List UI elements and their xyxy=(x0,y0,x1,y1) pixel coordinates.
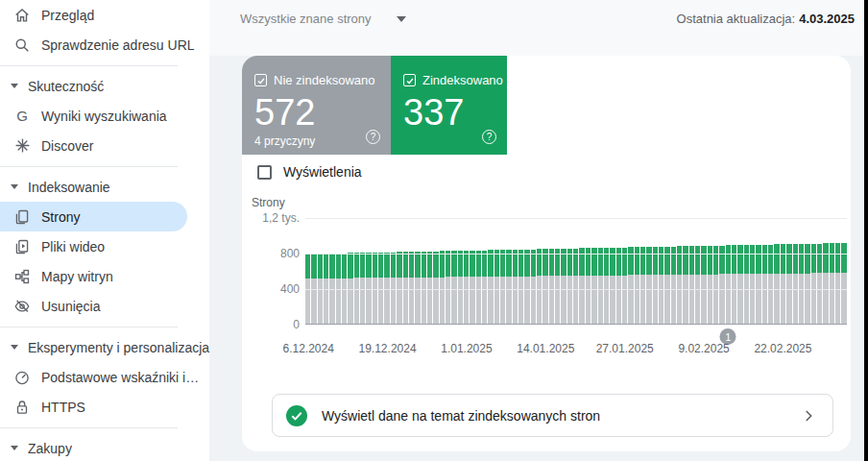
chart-bar[interactable] xyxy=(329,218,334,324)
chart-bar[interactable] xyxy=(677,218,682,324)
chart-bar[interactable] xyxy=(586,218,591,324)
chart-bar[interactable] xyxy=(482,218,487,324)
chart-bar[interactable] xyxy=(427,218,432,324)
chart-bar[interactable] xyxy=(823,218,828,324)
chart-bar[interactable] xyxy=(750,218,755,324)
view-indexed-data-row[interactable]: Wyświetl dane na temat zindeksowanych st… xyxy=(272,394,833,437)
checkbox-checked-icon[interactable] xyxy=(403,74,416,86)
chart-bar[interactable] xyxy=(598,218,603,324)
chart-bar[interactable] xyxy=(360,218,365,324)
chart-bar[interactable] xyxy=(305,218,310,324)
page-filter-dropdown[interactable]: Wszystkie znane strony xyxy=(240,12,406,26)
chart-bar[interactable] xyxy=(561,218,566,324)
sidebar-item-removals[interactable]: Usunięcia xyxy=(0,291,209,321)
chart-bar[interactable] xyxy=(793,218,798,324)
chart-bar[interactable] xyxy=(342,218,347,324)
chart-bar[interactable] xyxy=(635,218,639,324)
chart-bar[interactable] xyxy=(622,218,627,324)
chart-bar[interactable] xyxy=(531,218,536,324)
chart-bar[interactable] xyxy=(811,218,816,324)
chart-bar[interactable] xyxy=(756,218,760,324)
chart-bar[interactable] xyxy=(695,218,700,324)
chart-bar[interactable] xyxy=(701,218,706,324)
chart-bar[interactable] xyxy=(664,218,669,324)
chart-bar[interactable] xyxy=(500,218,505,324)
sidebar-item-video-pages[interactable]: Pliki wideo xyxy=(0,231,209,261)
chart-bar[interactable] xyxy=(378,218,383,324)
chart-bar[interactable] xyxy=(616,218,621,324)
chart-bar[interactable] xyxy=(744,218,749,324)
chart-bar[interactable] xyxy=(415,218,420,324)
help-icon[interactable]: ? xyxy=(366,130,380,144)
chart-bar[interactable] xyxy=(524,218,529,324)
chart-bar[interactable] xyxy=(591,218,596,324)
chart-bar[interactable] xyxy=(555,218,560,324)
chart-bar[interactable] xyxy=(537,218,542,324)
not-indexed-reasons[interactable]: 4 przyczyny xyxy=(254,134,379,148)
chart-bar[interactable] xyxy=(446,218,450,324)
sidebar-item-sitemaps[interactable]: Mapy witryn xyxy=(0,261,209,291)
sidebar-item-core-web-vitals[interactable]: Podstawowe wskaźniki i… xyxy=(0,362,209,392)
chart-bar[interactable] xyxy=(653,218,658,324)
chart-bar[interactable] xyxy=(683,218,687,324)
chart-bar[interactable] xyxy=(422,218,426,324)
chart-bar[interactable] xyxy=(579,218,584,324)
chart-bar[interactable] xyxy=(366,218,371,324)
chart-bar[interactable] xyxy=(768,218,773,324)
chart-bar[interactable] xyxy=(518,218,523,324)
chart-bar[interactable] xyxy=(640,218,645,324)
chart-bar[interactable] xyxy=(719,218,724,324)
chart-bar[interactable] xyxy=(781,218,785,324)
chart-bar[interactable] xyxy=(830,218,834,324)
chart-bar[interactable] xyxy=(318,218,323,324)
sidebar-item-https[interactable]: HTTPS xyxy=(0,392,209,422)
chart-bar[interactable] xyxy=(542,218,547,324)
chart-bar[interactable] xyxy=(409,218,414,324)
chart-bar[interactable] xyxy=(671,218,676,324)
sidebar-section-experience[interactable]: Eksperymenty i personalizacja xyxy=(0,332,209,362)
chart-bar[interactable] xyxy=(494,218,499,324)
chart-bar[interactable] xyxy=(506,218,511,324)
chart-bar[interactable] xyxy=(708,218,712,324)
chart-bar[interactable] xyxy=(458,218,463,324)
chart-bar[interactable] xyxy=(835,218,840,324)
sidebar-item-overview[interactable]: Przegląd xyxy=(0,0,209,30)
chart-bar[interactable] xyxy=(646,218,651,324)
chart-bar[interactable] xyxy=(610,218,615,324)
chart-bar[interactable] xyxy=(384,218,389,324)
chart-bar[interactable] xyxy=(762,218,767,324)
chart-bar[interactable] xyxy=(786,218,791,324)
sidebar-item-url-inspection[interactable]: Sprawdzenie adresu URL xyxy=(0,30,209,60)
chart-bar[interactable] xyxy=(354,218,359,324)
impressions-toggle[interactable]: Wyświetlenia xyxy=(257,164,362,180)
chart-bar[interactable] xyxy=(689,218,694,324)
chart-bar[interactable] xyxy=(713,218,718,324)
chart-bar[interactable] xyxy=(841,218,846,324)
chart-bar[interactable] xyxy=(799,218,804,324)
chart-bar[interactable] xyxy=(391,218,396,324)
chart-bar[interactable] xyxy=(433,218,438,324)
chart-bar[interactable] xyxy=(805,218,809,324)
sidebar-section-shopping[interactable]: Zakupy xyxy=(0,433,209,461)
checkbox-checked-icon[interactable] xyxy=(254,74,267,86)
checkbox-unchecked-icon[interactable] xyxy=(257,165,272,180)
chart-bar[interactable] xyxy=(659,218,663,324)
chart-bar[interactable] xyxy=(573,218,578,324)
chart-bar[interactable] xyxy=(513,218,518,324)
help-icon[interactable]: ? xyxy=(482,130,496,144)
chart-bar[interactable] xyxy=(451,218,456,324)
chart-bar[interactable] xyxy=(732,218,736,324)
sidebar-section-performance[interactable]: Skuteczność xyxy=(0,71,209,101)
chart-bar[interactable] xyxy=(324,218,328,324)
chart-bar[interactable] xyxy=(726,218,731,324)
chart-bar[interactable] xyxy=(549,218,554,324)
sidebar-section-indexing[interactable]: Indeksowanie xyxy=(0,172,209,202)
sidebar-item-pages[interactable]: Strony xyxy=(0,202,187,231)
chart-bar[interactable] xyxy=(311,218,316,324)
chart-bar[interactable] xyxy=(567,218,572,324)
indexed-card[interactable]: Zindeksowano 337 ? xyxy=(391,56,507,155)
sidebar-item-discover[interactable]: Discover xyxy=(0,131,209,160)
chart-bar[interactable] xyxy=(470,218,474,324)
chart-bar[interactable] xyxy=(817,218,822,324)
chart-bar[interactable] xyxy=(774,218,779,324)
